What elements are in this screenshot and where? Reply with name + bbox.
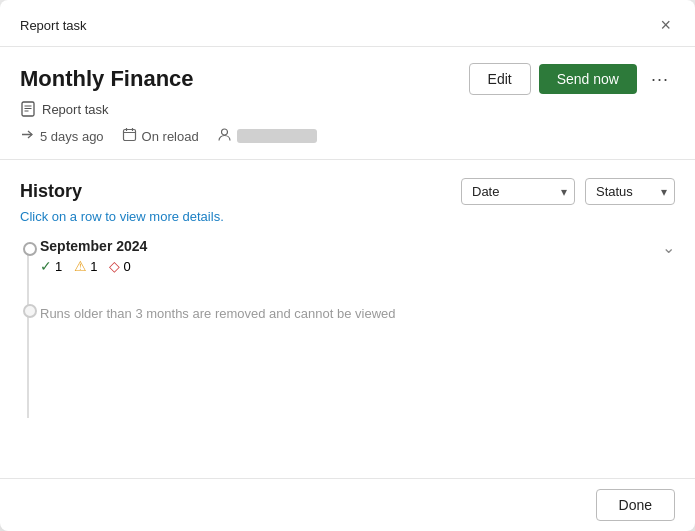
timeline-expand-row: September 2024 ✓ 1 ⚠ 1	[40, 238, 675, 274]
filter-row: Date Last 7 days Last 30 days Last 90 da…	[461, 178, 675, 205]
timeline-dot-old	[23, 304, 37, 318]
modal-header: Report task ×	[0, 0, 695, 47]
report-type-row: Report task	[20, 101, 675, 117]
svg-point-9	[221, 129, 227, 135]
modal-footer: Done	[0, 478, 695, 531]
status-filter-wrapper: Status Success Warning Failed	[585, 178, 675, 205]
history-timeline: September 2024 ✓ 1 ⚠ 1	[20, 238, 675, 478]
calendar-icon	[122, 127, 137, 145]
timeline-dot-sep	[23, 242, 37, 256]
report-name-row: Monthly Finance Edit Send now ···	[20, 63, 675, 95]
history-section: History Date Last 7 days Last 30 days La…	[0, 160, 695, 478]
warning-icon: ⚠	[74, 258, 87, 274]
warning-stat: ⚠ 1	[74, 258, 97, 274]
sent-ago-item: 5 days ago	[20, 127, 104, 145]
timeline-content-sep: September 2024 ✓ 1 ⚠ 1	[40, 238, 675, 274]
schedule-item: On reload	[122, 127, 199, 145]
timeline-stats: ✓ 1 ⚠ 1 ◇ 0	[40, 258, 147, 274]
person-icon	[217, 127, 232, 145]
report-task-modal: Report task × Monthly Finance Edit Send …	[0, 0, 695, 531]
schedule-label: On reload	[142, 129, 199, 144]
date-filter-select[interactable]: Date Last 7 days Last 30 days Last 90 da…	[461, 178, 575, 205]
report-type-label: Report task	[42, 102, 108, 117]
chevron-down-icon: ⌄	[662, 238, 675, 257]
skip-stat: ◇ 0	[109, 258, 130, 274]
report-task-icon	[20, 101, 36, 117]
timeline-content-left: September 2024 ✓ 1 ⚠ 1	[40, 238, 147, 274]
send-icon	[20, 127, 35, 145]
report-name: Monthly Finance	[20, 66, 194, 92]
svg-rect-5	[123, 130, 135, 141]
user-avatar-placeholder	[237, 129, 317, 143]
skip-icon: ◇	[109, 258, 120, 274]
edit-button[interactable]: Edit	[469, 63, 531, 95]
action-buttons: Edit Send now ···	[469, 63, 675, 95]
date-filter-wrapper: Date Last 7 days Last 30 days Last 90 da…	[461, 178, 575, 205]
close-button[interactable]: ×	[656, 14, 675, 36]
done-button[interactable]: Done	[596, 489, 675, 521]
success-stat: ✓ 1	[40, 258, 62, 274]
timeline-old-runs: Runs older than 3 months are removed and…	[40, 300, 675, 321]
status-filter-select[interactable]: Status Success Warning Failed	[585, 178, 675, 205]
more-options-button[interactable]: ···	[645, 65, 675, 94]
send-now-button[interactable]: Send now	[539, 64, 637, 94]
sent-ago-label: 5 days ago	[40, 129, 104, 144]
meta-row: 5 days ago On reload	[20, 127, 675, 145]
avatar-item	[217, 127, 317, 145]
warning-count: 1	[90, 259, 97, 274]
timeline-month: September 2024	[40, 238, 147, 254]
history-header: History Date Last 7 days Last 30 days La…	[20, 178, 675, 205]
timeline-entry-sep-2024[interactable]: September 2024 ✓ 1 ⚠ 1	[40, 238, 675, 274]
timeline-line	[27, 246, 29, 418]
success-icon: ✓	[40, 258, 52, 274]
success-count: 1	[55, 259, 62, 274]
report-info-section: Monthly Finance Edit Send now ··· Report…	[0, 47, 695, 160]
skip-count: 0	[123, 259, 130, 274]
click-hint: Click on a row to view more details.	[20, 209, 675, 224]
old-runs-note: Runs older than 3 months are removed and…	[40, 306, 396, 321]
history-title: History	[20, 181, 82, 202]
modal-title: Report task	[20, 18, 86, 33]
